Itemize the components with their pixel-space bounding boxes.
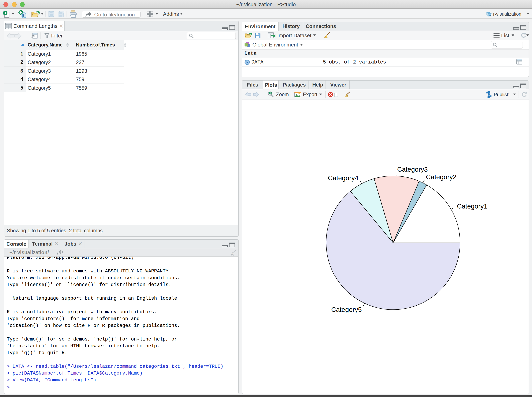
svg-text:Category2: Category2 [426, 173, 456, 181]
svg-text:Category4: Category4 [328, 174, 358, 182]
svg-text:R: R [489, 13, 491, 16]
svg-text:Category3: Category3 [397, 166, 428, 173]
svg-text:Category5: Category5 [331, 306, 362, 313]
svg-text:Category1: Category1 [457, 203, 487, 210]
